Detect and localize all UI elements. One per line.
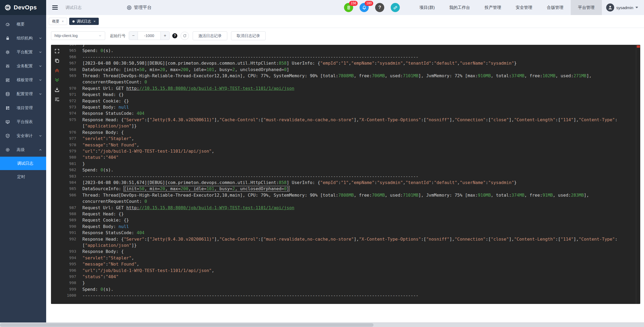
log-line-text: "servlet":"Stapler", bbox=[77, 135, 134, 142]
line-number: 998 bbox=[63, 280, 77, 286]
help-icon[interactable]: ? bbox=[172, 33, 177, 38]
log-line-text: Request Cookie: {} bbox=[77, 217, 129, 223]
log-row: 986Thread: Thread[DevOps-High-Reliable-T… bbox=[63, 192, 636, 198]
sidebar-subitem[interactable]: 调试日志 bbox=[0, 157, 46, 170]
bell-button[interactable]: 180 bbox=[360, 3, 369, 12]
menu-toggle-icon[interactable] bbox=[52, 4, 58, 11]
log-row: 975Response Head: {"Server":["Jetty(9.4.… bbox=[63, 117, 636, 123]
log-line-text: Request Body: null bbox=[77, 104, 129, 110]
log-row: 990Request Body: null bbox=[63, 223, 636, 230]
scroll-bottom-icon[interactable] bbox=[54, 78, 60, 83]
log-line-text: Spend: 0(s). bbox=[77, 286, 114, 292]
breadcrumb: 调试日志 bbox=[65, 5, 82, 10]
nav-item[interactable]: 合版管理 bbox=[540, 0, 571, 15]
document-button[interactable]: 156 bbox=[344, 3, 353, 12]
sidebar-item[interactable]: 组织机构 bbox=[0, 31, 46, 45]
line-number: 979 bbox=[63, 148, 77, 154]
nav-item[interactable]: 平台管理 bbox=[571, 0, 602, 15]
sidebar-item-label: 概要 bbox=[17, 22, 25, 27]
soft-wrap-icon[interactable] bbox=[54, 97, 60, 102]
line-number: 976 bbox=[63, 129, 77, 135]
sidebar-item[interactable]: 安全审计 bbox=[0, 129, 46, 143]
bell-icon bbox=[362, 5, 367, 10]
platform-switcher[interactable]: 管理平台 bbox=[127, 5, 152, 10]
refresh-button[interactable] bbox=[181, 32, 189, 40]
copy-icon[interactable] bbox=[54, 58, 60, 63]
download-icon[interactable] bbox=[54, 87, 60, 92]
nav-item[interactable]: 我的工作台 bbox=[442, 0, 477, 15]
log-row: 992Response Head: {"Server":["Jetty(9.4.… bbox=[63, 236, 636, 242]
line-number: 966 bbox=[63, 54, 77, 60]
log-line-text: "message":"Not Found", bbox=[77, 142, 139, 148]
sidebar-item[interactable]: 配置管理 bbox=[0, 87, 46, 101]
fullscreen-icon[interactable] bbox=[54, 49, 60, 54]
line-number: 986 bbox=[63, 192, 77, 198]
log-line-text: Spend: 0(s). bbox=[77, 47, 114, 54]
log-file-select[interactable]: http-client.log bbox=[51, 31, 105, 40]
log-row: 967[2023-04-08 00:30:50,598][DEBUG][com.… bbox=[63, 60, 636, 66]
log-row: 973Request Body: null bbox=[63, 104, 636, 110]
close-icon[interactable]: × bbox=[62, 19, 64, 23]
scroll-error-marker bbox=[637, 45, 640, 48]
sidebar-item[interactable]: 业务配置 bbox=[0, 59, 46, 73]
platform-label: 管理平台 bbox=[134, 5, 152, 10]
log-line-text: [2023-04-08 00:30:50,598][DEBUG][com.pri… bbox=[77, 60, 517, 66]
question-button[interactable]: ? bbox=[375, 3, 384, 12]
devops-logo-icon bbox=[4, 4, 11, 11]
scroll-top-icon[interactable] bbox=[54, 68, 60, 73]
chevron-up-icon bbox=[39, 148, 42, 151]
log-row: 981} bbox=[63, 161, 636, 167]
link-icon bbox=[393, 5, 398, 10]
sidebar-item-label: 平台配置 bbox=[17, 50, 33, 55]
start-line-label: 起始行号 bbox=[110, 33, 126, 38]
header-nav: 项目(群)我的工作台投产管理安全管理合版管理平台管理 bbox=[412, 0, 602, 15]
notification-badge: 156 bbox=[349, 1, 358, 6]
tab[interactable]: 概要× bbox=[49, 18, 67, 25]
increment-button[interactable]: + bbox=[161, 32, 169, 40]
log-line-text: Response Body: { bbox=[77, 129, 124, 135]
line-number: 999 bbox=[63, 286, 77, 292]
log-row: 965Spend: 0(s). bbox=[63, 47, 636, 54]
activate-logging-button[interactable]: 激活日志记录 bbox=[193, 31, 227, 40]
decrement-button[interactable]: − bbox=[129, 32, 138, 40]
nav-item[interactable]: 安全管理 bbox=[508, 0, 540, 15]
log-row: 985DataSourceInfo: [init=50, min=20, max… bbox=[63, 186, 636, 192]
log-row: concurrentRequestCount: 0 bbox=[63, 198, 636, 204]
sidebar-item[interactable]: 概要 bbox=[0, 17, 46, 31]
user-menu[interactable]: sysadmin bbox=[602, 0, 644, 15]
line-number: 987 bbox=[63, 205, 77, 211]
header-icon-group: 156180? bbox=[344, 3, 406, 12]
shield-icon bbox=[5, 134, 10, 138]
log-lines[interactable]: 964}965Spend: 0(s).966------------------… bbox=[63, 45, 636, 304]
sidebar-item[interactable]: 项目管理 bbox=[0, 101, 46, 115]
link-button[interactable] bbox=[391, 3, 400, 12]
close-icon[interactable]: × bbox=[94, 19, 96, 23]
nav-item[interactable]: 项目(群) bbox=[412, 0, 442, 15]
log-row: 970Request Url: GET http://10.15.15.88:8… bbox=[63, 85, 636, 91]
sidebar-item-label: 配置管理 bbox=[17, 91, 33, 97]
chevron-down-icon bbox=[39, 93, 42, 95]
sidebar-item[interactable]: 平台配置 bbox=[0, 45, 46, 59]
log-line-text: DataSourceInfo: [init=50, min=20, max=20… bbox=[77, 67, 289, 73]
start-line-input[interactable]: -1000 bbox=[138, 32, 161, 40]
horizontal-scrollbar-thumb[interactable] bbox=[0, 323, 374, 327]
chevron-down-icon bbox=[39, 51, 42, 54]
sidebar-item[interactable]: 模板管理 bbox=[0, 73, 46, 87]
database-icon bbox=[5, 92, 10, 96]
cancel-logging-button[interactable]: 取消日志记录 bbox=[231, 31, 266, 40]
sidebar-item[interactable]: 高级 bbox=[0, 143, 46, 157]
log-row: 976Response Body: { bbox=[63, 129, 636, 135]
sidebar-subitem[interactable]: 定时 bbox=[0, 170, 46, 183]
tab-bar: 概要×调试日志× bbox=[46, 15, 644, 28]
log-row: 988Request Head: {} bbox=[63, 211, 636, 217]
line-number: 985 bbox=[63, 186, 77, 192]
line-number bbox=[63, 242, 77, 248]
tab[interactable]: 调试日志× bbox=[69, 18, 99, 25]
notification-badge: 180 bbox=[365, 1, 373, 6]
sidebar-item[interactable]: 平台报表 bbox=[0, 115, 46, 129]
nav-item[interactable]: 投产管理 bbox=[477, 0, 508, 15]
log-scrollbar-gutter[interactable] bbox=[636, 45, 640, 304]
log-row: 1000------------------------------------… bbox=[63, 292, 636, 299]
horizontal-scrollbar[interactable] bbox=[0, 322, 644, 327]
line-number: 972 bbox=[63, 98, 77, 104]
